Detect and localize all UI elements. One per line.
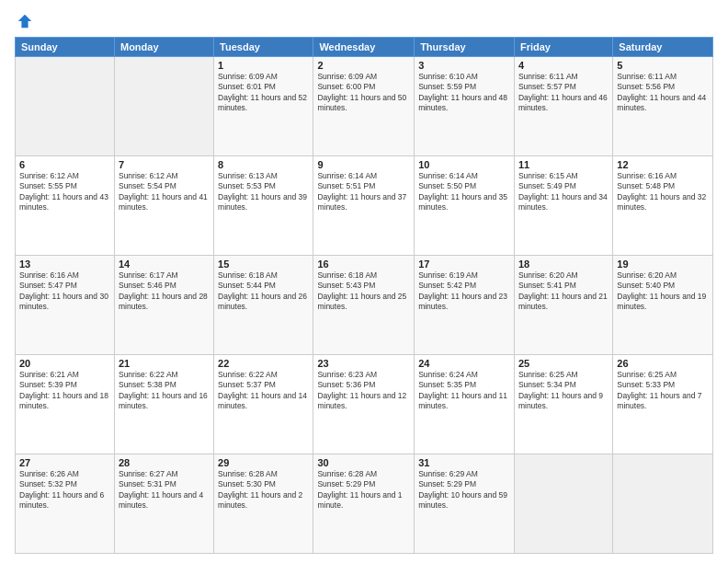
day-cell: 14Sunrise: 6:17 AMSunset: 5:46 PMDayligh… (114, 256, 213, 355)
day-cell: 12Sunrise: 6:16 AMSunset: 5:48 PMDayligh… (613, 156, 713, 256)
day-info: Sunrise: 6:29 AMSunset: 5:29 PMDaylight:… (418, 469, 510, 511)
day-info: Sunrise: 6:26 AMSunset: 5:32 PMDaylight:… (19, 469, 110, 511)
day-cell: 17Sunrise: 6:19 AMSunset: 5:42 PMDayligh… (415, 256, 515, 355)
week-row-5: 27Sunrise: 6:26 AMSunset: 5:32 PMDayligh… (16, 454, 713, 554)
day-cell: 2Sunrise: 6:09 AMSunset: 6:00 PMDaylight… (313, 57, 415, 156)
day-cell: 15Sunrise: 6:18 AMSunset: 5:44 PMDayligh… (214, 256, 313, 355)
week-row-2: 6Sunrise: 6:12 AMSunset: 5:55 PMDaylight… (16, 156, 713, 256)
day-info: Sunrise: 6:23 AMSunset: 5:36 PMDaylight:… (317, 370, 410, 412)
week-row-1: 1Sunrise: 6:09 AMSunset: 6:01 PMDaylight… (16, 57, 713, 156)
day-number: 31 (418, 457, 510, 468)
day-number: 6 (19, 159, 110, 170)
day-info: Sunrise: 6:14 AMSunset: 5:51 PMDaylight:… (317, 171, 410, 213)
day-cell: 3Sunrise: 6:10 AMSunset: 5:59 PMDaylight… (415, 57, 515, 156)
day-info: Sunrise: 6:11 AMSunset: 5:57 PMDaylight:… (518, 72, 609, 114)
day-info: Sunrise: 6:27 AMSunset: 5:31 PMDaylight:… (119, 469, 210, 511)
day-info: Sunrise: 6:14 AMSunset: 5:50 PMDaylight:… (418, 171, 510, 213)
day-cell: 13Sunrise: 6:16 AMSunset: 5:47 PMDayligh… (16, 256, 115, 355)
calendar-header-row: SundayMondayTuesdayWednesdayThursdayFrid… (16, 38, 713, 57)
col-header-thursday: Thursday (415, 38, 515, 57)
day-info: Sunrise: 6:09 AMSunset: 6:00 PMDaylight:… (317, 72, 410, 114)
day-cell: 22Sunrise: 6:22 AMSunset: 5:37 PMDayligh… (214, 355, 313, 454)
calendar-table: SundayMondayTuesdayWednesdayThursdayFrid… (15, 37, 713, 554)
day-info: Sunrise: 6:18 AMSunset: 5:43 PMDaylight:… (317, 270, 410, 313)
day-info: Sunrise: 6:24 AMSunset: 5:35 PMDaylight:… (418, 370, 510, 412)
day-cell: 4Sunrise: 6:11 AMSunset: 5:57 PMDaylight… (514, 57, 612, 156)
day-number: 9 (317, 159, 410, 170)
day-cell (613, 454, 713, 554)
day-info: Sunrise: 6:17 AMSunset: 5:46 PMDaylight:… (119, 270, 210, 313)
day-cell (114, 57, 213, 156)
col-header-wednesday: Wednesday (313, 38, 415, 57)
day-cell: 9Sunrise: 6:14 AMSunset: 5:51 PMDaylight… (313, 156, 415, 256)
day-cell: 8Sunrise: 6:13 AMSunset: 5:53 PMDaylight… (214, 156, 313, 256)
col-header-monday: Monday (114, 38, 213, 57)
day-cell: 29Sunrise: 6:28 AMSunset: 5:30 PMDayligh… (214, 454, 313, 554)
header (15, 9, 713, 29)
day-number: 21 (119, 358, 210, 369)
day-info: Sunrise: 6:12 AMSunset: 5:54 PMDaylight:… (119, 171, 210, 213)
day-number: 22 (218, 358, 309, 369)
day-info: Sunrise: 6:10 AMSunset: 5:59 PMDaylight:… (418, 72, 510, 114)
day-info: Sunrise: 6:13 AMSunset: 5:53 PMDaylight:… (218, 171, 309, 213)
day-number: 8 (218, 159, 309, 170)
week-row-3: 13Sunrise: 6:16 AMSunset: 5:47 PMDayligh… (16, 256, 713, 355)
day-cell: 21Sunrise: 6:22 AMSunset: 5:38 PMDayligh… (114, 355, 213, 454)
day-number: 28 (119, 457, 210, 468)
day-number: 1 (218, 60, 309, 71)
day-cell: 6Sunrise: 6:12 AMSunset: 5:55 PMDaylight… (16, 156, 115, 256)
col-header-sunday: Sunday (16, 38, 115, 57)
day-number: 10 (418, 159, 510, 170)
day-info: Sunrise: 6:22 AMSunset: 5:37 PMDaylight:… (218, 370, 309, 412)
day-number: 17 (418, 259, 510, 270)
day-info: Sunrise: 6:28 AMSunset: 5:30 PMDaylight:… (218, 469, 309, 511)
day-info: Sunrise: 6:12 AMSunset: 5:55 PMDaylight:… (19, 171, 110, 213)
day-info: Sunrise: 6:11 AMSunset: 5:56 PMDaylight:… (617, 72, 709, 114)
day-cell (514, 454, 612, 554)
day-cell: 26Sunrise: 6:25 AMSunset: 5:33 PMDayligh… (613, 355, 713, 454)
day-cell: 31Sunrise: 6:29 AMSunset: 5:29 PMDayligh… (415, 454, 515, 554)
day-cell: 25Sunrise: 6:25 AMSunset: 5:34 PMDayligh… (514, 355, 612, 454)
day-number: 7 (119, 159, 210, 170)
day-info: Sunrise: 6:09 AMSunset: 6:01 PMDaylight:… (218, 72, 309, 114)
day-number: 12 (617, 159, 709, 170)
day-number: 3 (418, 60, 510, 71)
svg-marker-0 (18, 15, 31, 28)
day-number: 20 (19, 358, 110, 369)
day-cell: 28Sunrise: 6:27 AMSunset: 5:31 PMDayligh… (114, 454, 213, 554)
day-cell: 30Sunrise: 6:28 AMSunset: 5:29 PMDayligh… (313, 454, 415, 554)
day-info: Sunrise: 6:28 AMSunset: 5:29 PMDaylight:… (317, 469, 410, 511)
day-number: 19 (617, 259, 709, 270)
day-info: Sunrise: 6:18 AMSunset: 5:44 PMDaylight:… (218, 270, 309, 313)
day-number: 23 (317, 358, 410, 369)
day-number: 13 (19, 259, 110, 270)
day-number: 30 (317, 457, 410, 468)
day-cell: 5Sunrise: 6:11 AMSunset: 5:56 PMDaylight… (613, 57, 713, 156)
day-number: 14 (119, 259, 210, 270)
col-header-friday: Friday (514, 38, 612, 57)
day-info: Sunrise: 6:25 AMSunset: 5:34 PMDaylight:… (518, 370, 609, 412)
day-number: 26 (617, 358, 709, 369)
day-info: Sunrise: 6:16 AMSunset: 5:47 PMDaylight:… (19, 270, 110, 313)
day-info: Sunrise: 6:20 AMSunset: 5:40 PMDaylight:… (617, 270, 709, 313)
day-cell: 27Sunrise: 6:26 AMSunset: 5:32 PMDayligh… (16, 454, 115, 554)
logo-icon (17, 13, 33, 29)
day-number: 25 (518, 358, 609, 369)
day-info: Sunrise: 6:15 AMSunset: 5:49 PMDaylight:… (518, 171, 609, 213)
day-number: 4 (518, 60, 609, 71)
day-number: 16 (317, 259, 410, 270)
page: SundayMondayTuesdayWednesdayThursdayFrid… (0, 0, 728, 563)
day-number: 29 (218, 457, 309, 468)
day-info: Sunrise: 6:16 AMSunset: 5:48 PMDaylight:… (617, 171, 709, 213)
day-number: 24 (418, 358, 510, 369)
day-cell: 24Sunrise: 6:24 AMSunset: 5:35 PMDayligh… (415, 355, 515, 454)
col-header-saturday: Saturday (613, 38, 713, 57)
day-cell (16, 57, 115, 156)
day-info: Sunrise: 6:25 AMSunset: 5:33 PMDaylight:… (617, 370, 709, 412)
day-cell: 20Sunrise: 6:21 AMSunset: 5:39 PMDayligh… (16, 355, 115, 454)
day-cell: 10Sunrise: 6:14 AMSunset: 5:50 PMDayligh… (415, 156, 515, 256)
day-cell: 18Sunrise: 6:20 AMSunset: 5:41 PMDayligh… (514, 256, 612, 355)
day-number: 27 (19, 457, 110, 468)
day-info: Sunrise: 6:19 AMSunset: 5:42 PMDaylight:… (418, 270, 510, 313)
day-cell: 23Sunrise: 6:23 AMSunset: 5:36 PMDayligh… (313, 355, 415, 454)
